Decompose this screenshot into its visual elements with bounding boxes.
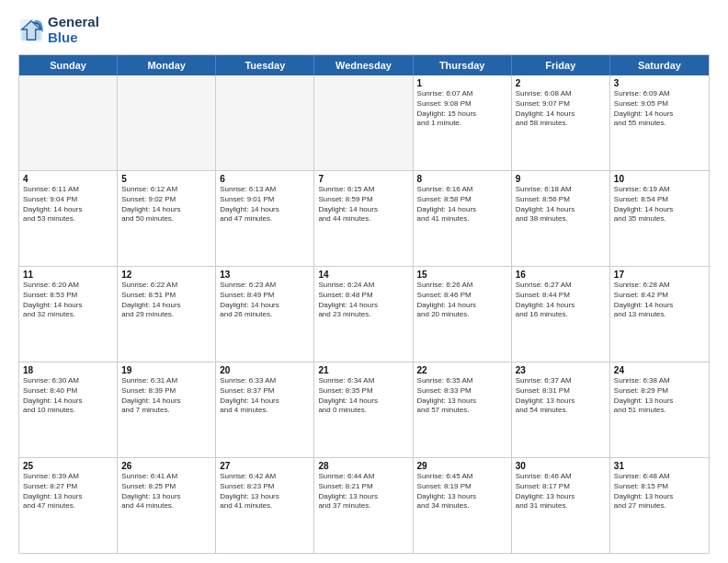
calendar-cell-empty: [216, 75, 314, 170]
calendar-body: 1Sunrise: 6:07 AM Sunset: 9:08 PM Daylig…: [19, 75, 709, 553]
header-day-tuesday: Tuesday: [216, 55, 314, 75]
calendar-day-28: 28Sunrise: 6:44 AM Sunset: 8:21 PM Dayli…: [314, 458, 413, 553]
day-number: 28: [318, 461, 408, 471]
day-info: Sunrise: 6:07 AM Sunset: 9:08 PM Dayligh…: [417, 89, 507, 129]
day-info: Sunrise: 6:48 AM Sunset: 8:15 PM Dayligh…: [614, 472, 705, 511]
day-number: 31: [614, 461, 705, 471]
calendar-day-22: 22Sunrise: 6:35 AM Sunset: 8:33 PM Dayli…: [414, 362, 512, 457]
day-info: Sunrise: 6:28 AM Sunset: 8:42 PM Dayligh…: [614, 281, 705, 320]
calendar-header: SundayMondayTuesdayWednesdayThursdayFrid…: [19, 55, 709, 75]
day-info: Sunrise: 6:27 AM Sunset: 8:44 PM Dayligh…: [516, 281, 606, 320]
day-info: Sunrise: 6:22 AM Sunset: 8:51 PM Dayligh…: [121, 281, 211, 320]
header-day-sunday: Sunday: [19, 55, 118, 75]
calendar-day-31: 31Sunrise: 6:48 AM Sunset: 8:15 PM Dayli…: [610, 458, 709, 553]
calendar-day-24: 24Sunrise: 6:38 AM Sunset: 8:29 PM Dayli…: [610, 362, 709, 457]
day-info: Sunrise: 6:26 AM Sunset: 8:46 PM Dayligh…: [417, 281, 507, 320]
calendar-day-3: 3Sunrise: 6:09 AM Sunset: 9:05 PM Daylig…: [610, 75, 709, 170]
day-info: Sunrise: 6:24 AM Sunset: 8:48 PM Dayligh…: [318, 281, 408, 320]
page-header: General Blue: [18, 15, 710, 45]
day-number: 17: [614, 270, 705, 280]
calendar-day-4: 4Sunrise: 6:11 AM Sunset: 9:04 PM Daylig…: [19, 171, 118, 266]
calendar-cell-empty: [118, 75, 216, 170]
day-info: Sunrise: 6:23 AM Sunset: 8:49 PM Dayligh…: [220, 281, 310, 320]
calendar-day-5: 5Sunrise: 6:12 AM Sunset: 9:02 PM Daylig…: [118, 171, 216, 266]
day-number: 4: [23, 174, 113, 184]
day-number: 20: [220, 365, 310, 375]
calendar-day-30: 30Sunrise: 6:46 AM Sunset: 8:17 PM Dayli…: [512, 458, 610, 553]
day-number: 26: [121, 461, 211, 471]
day-info: Sunrise: 6:20 AM Sunset: 8:53 PM Dayligh…: [23, 281, 113, 320]
day-info: Sunrise: 6:09 AM Sunset: 9:05 PM Dayligh…: [614, 89, 705, 129]
calendar-day-18: 18Sunrise: 6:30 AM Sunset: 8:40 PM Dayli…: [19, 362, 118, 457]
calendar-day-6: 6Sunrise: 6:13 AM Sunset: 9:01 PM Daylig…: [216, 171, 314, 266]
day-info: Sunrise: 6:38 AM Sunset: 8:29 PM Dayligh…: [614, 376, 705, 416]
calendar-week-2: 4Sunrise: 6:11 AM Sunset: 9:04 PM Daylig…: [19, 171, 709, 267]
day-number: 22: [417, 365, 507, 375]
day-info: Sunrise: 6:42 AM Sunset: 8:23 PM Dayligh…: [220, 472, 310, 511]
day-info: Sunrise: 6:45 AM Sunset: 8:19 PM Dayligh…: [417, 472, 507, 511]
day-info: Sunrise: 6:35 AM Sunset: 8:33 PM Dayligh…: [417, 376, 507, 416]
day-number: 2: [516, 78, 606, 88]
calendar-day-13: 13Sunrise: 6:23 AM Sunset: 8:49 PM Dayli…: [216, 267, 314, 362]
day-info: Sunrise: 6:46 AM Sunset: 8:17 PM Dayligh…: [516, 472, 606, 511]
day-number: 5: [121, 174, 211, 184]
calendar-day-12: 12Sunrise: 6:22 AM Sunset: 8:51 PM Dayli…: [118, 267, 216, 362]
day-number: 3: [614, 78, 705, 88]
header-day-saturday: Saturday: [610, 55, 709, 75]
day-number: 15: [417, 270, 507, 280]
calendar-day-26: 26Sunrise: 6:41 AM Sunset: 8:25 PM Dayli…: [118, 458, 216, 553]
day-number: 29: [417, 461, 507, 471]
day-info: Sunrise: 6:31 AM Sunset: 8:39 PM Dayligh…: [121, 376, 211, 416]
header-day-wednesday: Wednesday: [314, 55, 413, 75]
day-number: 25: [23, 461, 113, 471]
day-number: 14: [318, 270, 408, 280]
calendar-day-9: 9Sunrise: 6:18 AM Sunset: 8:56 PM Daylig…: [512, 171, 610, 266]
day-info: Sunrise: 6:16 AM Sunset: 8:58 PM Dayligh…: [417, 185, 507, 224]
calendar-day-8: 8Sunrise: 6:16 AM Sunset: 8:58 PM Daylig…: [414, 171, 512, 266]
calendar-day-25: 25Sunrise: 6:39 AM Sunset: 8:27 PM Dayli…: [19, 458, 118, 553]
day-number: 11: [23, 270, 113, 280]
calendar-day-27: 27Sunrise: 6:42 AM Sunset: 8:23 PM Dayli…: [216, 458, 314, 553]
day-info: Sunrise: 6:12 AM Sunset: 9:02 PM Dayligh…: [121, 185, 211, 224]
day-number: 7: [318, 174, 408, 184]
day-info: Sunrise: 6:44 AM Sunset: 8:21 PM Dayligh…: [318, 472, 408, 511]
day-info: Sunrise: 6:13 AM Sunset: 9:01 PM Dayligh…: [220, 185, 310, 224]
day-number: 16: [516, 270, 606, 280]
logo-icon: [18, 17, 44, 43]
day-number: 27: [220, 461, 310, 471]
header-day-thursday: Thursday: [414, 55, 512, 75]
calendar-day-2: 2Sunrise: 6:08 AM Sunset: 9:07 PM Daylig…: [512, 75, 610, 170]
day-number: 9: [516, 174, 606, 184]
calendar-day-29: 29Sunrise: 6:45 AM Sunset: 8:19 PM Dayli…: [414, 458, 512, 553]
calendar-day-19: 19Sunrise: 6:31 AM Sunset: 8:39 PM Dayli…: [118, 362, 216, 457]
logo-text: General Blue: [48, 15, 99, 45]
logo: General Blue: [18, 15, 99, 45]
calendar-day-1: 1Sunrise: 6:07 AM Sunset: 9:08 PM Daylig…: [414, 75, 512, 170]
header-day-friday: Friday: [512, 55, 610, 75]
day-info: Sunrise: 6:11 AM Sunset: 9:04 PM Dayligh…: [23, 185, 113, 224]
calendar-day-23: 23Sunrise: 6:37 AM Sunset: 8:31 PM Dayli…: [512, 362, 610, 457]
day-info: Sunrise: 6:19 AM Sunset: 8:54 PM Dayligh…: [614, 185, 705, 224]
calendar: SundayMondayTuesdayWednesdayThursdayFrid…: [18, 54, 710, 554]
day-info: Sunrise: 6:33 AM Sunset: 8:37 PM Dayligh…: [220, 376, 310, 416]
calendar-cell-empty: [19, 75, 118, 170]
day-number: 18: [23, 365, 113, 375]
calendar-week-3: 11Sunrise: 6:20 AM Sunset: 8:53 PM Dayli…: [19, 267, 709, 362]
calendar-day-21: 21Sunrise: 6:34 AM Sunset: 8:35 PM Dayli…: [314, 362, 413, 457]
day-number: 10: [614, 174, 705, 184]
day-number: 8: [417, 174, 507, 184]
day-info: Sunrise: 6:30 AM Sunset: 8:40 PM Dayligh…: [23, 376, 113, 416]
calendar-week-1: 1Sunrise: 6:07 AM Sunset: 9:08 PM Daylig…: [19, 75, 709, 171]
calendar-cell-empty: [314, 75, 413, 170]
calendar-week-4: 18Sunrise: 6:30 AM Sunset: 8:40 PM Dayli…: [19, 362, 709, 458]
day-info: Sunrise: 6:08 AM Sunset: 9:07 PM Dayligh…: [516, 89, 606, 129]
calendar-day-11: 11Sunrise: 6:20 AM Sunset: 8:53 PM Dayli…: [19, 267, 118, 362]
day-number: 12: [121, 270, 211, 280]
calendar-day-14: 14Sunrise: 6:24 AM Sunset: 8:48 PM Dayli…: [314, 267, 413, 362]
day-number: 1: [417, 78, 507, 88]
day-number: 24: [614, 365, 705, 375]
day-number: 6: [220, 174, 310, 184]
calendar-day-20: 20Sunrise: 6:33 AM Sunset: 8:37 PM Dayli…: [216, 362, 314, 457]
calendar-day-15: 15Sunrise: 6:26 AM Sunset: 8:46 PM Dayli…: [414, 267, 512, 362]
calendar-day-17: 17Sunrise: 6:28 AM Sunset: 8:42 PM Dayli…: [610, 267, 709, 362]
